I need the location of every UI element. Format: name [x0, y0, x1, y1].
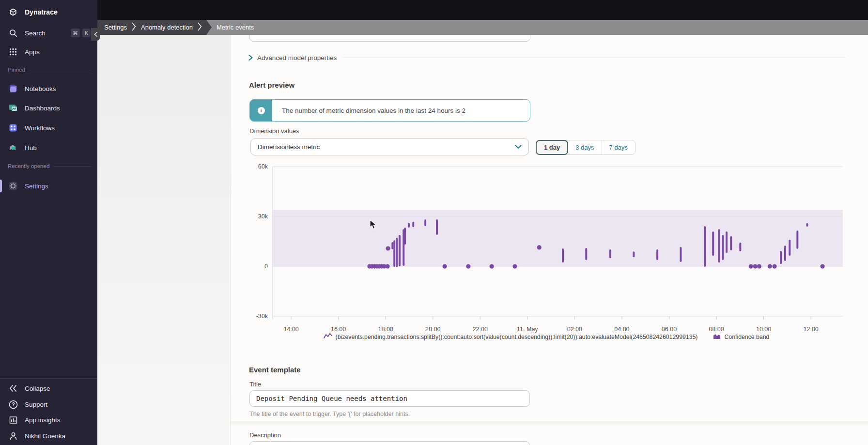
alert-preview-chart: 60k30k0-30k14:0016:0018:0020:0022:0011. …: [244, 162, 849, 336]
legend-metric-series[interactable]: (bizevents.pending.transactions:splitBy(…: [324, 333, 698, 341]
top-app-bar: [97, 0, 868, 20]
chevron-down-icon: [515, 145, 522, 149]
sidebar-item-user[interactable]: Nikhil Goenka: [0, 430, 97, 442]
legend-band-label: Confidence band: [724, 334, 769, 340]
svg-text:10:00: 10:00: [756, 326, 771, 333]
app-sidebar: Dynatrace Search ⌘ K Apps Pinned Noteboo…: [0, 0, 97, 445]
dimension-values-label: Dimension values: [249, 127, 299, 135]
collapse-chevrons-icon: [8, 383, 18, 394]
sidebar-item-label: Settings: [25, 183, 48, 190]
sidebar-item-support[interactable]: ? Support: [0, 398, 97, 411]
sidebar-item-hub[interactable]: Hub: [0, 141, 97, 154]
sidebar-item-label: Apps: [25, 48, 40, 56]
chart-legend: (bizevents.pending.transactions:splitBy(…: [244, 333, 849, 341]
event-title-input[interactable]: Deposit Pending Queue needs attention: [249, 390, 530, 407]
svg-text:30k: 30k: [258, 213, 268, 220]
svg-text:12:00: 12:00: [804, 326, 819, 333]
svg-text:16:00: 16:00: [331, 326, 346, 333]
svg-text:0: 0: [264, 263, 268, 270]
breadcrumb: Settings Anomaly detection Metric events: [97, 20, 868, 35]
alert-preview-heading: Alert preview: [249, 81, 294, 89]
hub-icon: [8, 142, 18, 153]
svg-text:14:00: 14:00: [283, 326, 298, 333]
advanced-model-properties-expander[interactable]: Advanced model properties: [248, 53, 845, 62]
line-series-icon: [324, 333, 332, 341]
cropped-field-above[interactable]: [249, 35, 530, 42]
sidebar-item-search[interactable]: Search ⌘ K: [0, 27, 97, 39]
sidebar-section-pinned: Pinned: [0, 66, 97, 73]
sidebar-item-label: Nikhil Goenka: [25, 432, 65, 440]
sidebar-section-recent: Recently opened: [0, 163, 97, 169]
svg-text:20:00: 20:00: [425, 326, 440, 333]
legend-metric-label: (bizevents.pending.transactions:splitBy(…: [336, 334, 698, 340]
user-icon: [8, 430, 18, 441]
settings-nav-gutter: [97, 35, 231, 445]
sidebar-item-label: App insights: [25, 416, 61, 424]
event-description-input[interactable]: [249, 441, 530, 445]
sidebar-item-label: Workflows: [25, 124, 55, 132]
help-circle-icon: ?: [8, 399, 18, 410]
sidebar-item-label: Support: [25, 401, 47, 408]
sidebar-item-label: Dashboards: [25, 105, 60, 112]
chart-canvas: 60k30k0-30k14:0016:0018:0020:0022:0011. …: [244, 162, 849, 336]
title-helper-text: The title of the event to trigger. Type …: [249, 411, 410, 417]
breadcrumb-anomaly-detection[interactable]: Anomaly detection: [141, 24, 193, 31]
info-banner-message: The number of metric dimension values in…: [272, 100, 465, 121]
svg-text:11. May: 11. May: [517, 326, 538, 333]
settings-detail-panel: Advanced model properties Alert preview …: [231, 35, 868, 445]
chevron-right-icon: [132, 22, 136, 33]
svg-text:18:00: 18:00: [378, 326, 393, 333]
description-label: Description: [249, 431, 281, 439]
sidebar-item-notebooks[interactable]: Notebooks: [0, 82, 97, 95]
range-1-day-button[interactable]: 1 day: [536, 140, 568, 155]
panel-collapse-handle[interactable]: [91, 28, 100, 41]
cmd-key-badge: ⌘: [71, 29, 80, 37]
sidebar-logo-label: Dynatrace: [25, 8, 58, 16]
breadcrumb-metric-events[interactable]: Metric events: [217, 24, 254, 31]
chevron-right-icon: [198, 22, 202, 33]
sidebar-divider: [0, 378, 97, 379]
search-shortcuts: ⌘ K: [71, 29, 91, 37]
info-banner: i The number of metric dimension values …: [249, 99, 530, 122]
svg-text:04:00: 04:00: [614, 326, 629, 333]
breadcrumb-settings[interactable]: Settings: [104, 24, 127, 31]
svg-text:22:00: 22:00: [473, 326, 488, 333]
svg-text:60k: 60k: [258, 163, 268, 170]
event-title-value: Deposit Pending Queue needs attention: [256, 395, 407, 402]
dimension-values-selected: Dimensionless metric: [258, 143, 320, 151]
area-band-icon: [713, 333, 721, 341]
sidebar-item-collapse[interactable]: Collapse: [0, 382, 97, 395]
svg-text:08:00: 08:00: [709, 326, 724, 333]
workflows-icon: [8, 123, 18, 133]
legend-confidence-band[interactable]: Confidence band: [713, 333, 769, 341]
svg-text:06:00: 06:00: [662, 326, 677, 333]
sidebar-item-app-insights[interactable]: App insights: [0, 414, 97, 426]
info-icon: i: [250, 100, 272, 121]
apps-grid-icon: [8, 46, 18, 57]
breadcrumb-dark-segment: Settings Anomaly detection: [97, 20, 212, 35]
advanced-section-label: Advanced model properties: [257, 54, 337, 61]
sidebar-item-workflows[interactable]: Workflows: [0, 122, 97, 134]
section-divider-fade: [231, 421, 868, 426]
svg-text:-30k: -30k: [256, 313, 268, 320]
sidebar-item-settings[interactable]: Settings: [0, 180, 97, 192]
preview-range-button-group: 1 day 3 days 7 days: [536, 140, 636, 155]
section-rule: [343, 58, 845, 58]
sidebar-item-label: Search: [25, 30, 46, 37]
svg-text:?: ?: [12, 402, 15, 407]
title-label: Title: [249, 381, 261, 388]
svg-text:02:00: 02:00: [567, 326, 582, 333]
sidebar-item-dashboards[interactable]: Dashboards: [0, 102, 97, 114]
dimension-values-select[interactable]: Dimensionless metric: [250, 138, 529, 155]
notebooks-icon: [8, 83, 18, 94]
chevron-right-icon: [248, 55, 253, 61]
bar-chart-icon: [8, 414, 18, 425]
sidebar-item-label: Hub: [25, 144, 37, 152]
k-key-badge: K: [82, 29, 91, 37]
sidebar-item-apps[interactable]: Apps: [0, 46, 97, 58]
range-7-days-button[interactable]: 7 days: [602, 140, 635, 154]
sidebar-logo[interactable]: Dynatrace: [0, 6, 97, 18]
sidebar-item-label: Notebooks: [25, 85, 56, 92]
range-3-days-button[interactable]: 3 days: [568, 140, 601, 154]
dashboards-icon: [8, 103, 18, 113]
